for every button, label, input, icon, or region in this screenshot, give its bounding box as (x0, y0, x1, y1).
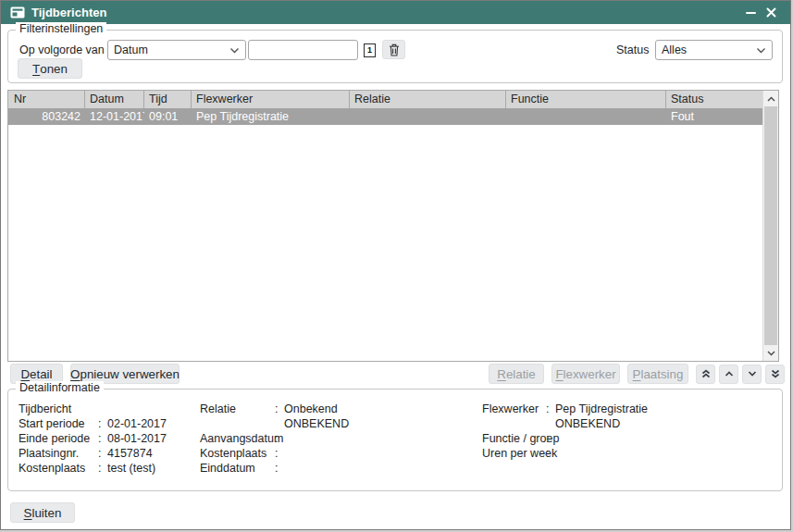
cell-tijd: 09:01 (144, 108, 192, 125)
last-record-button[interactable] (765, 365, 785, 384)
detail-field: Einde periode:08-01-2017 (19, 431, 167, 446)
chevron-double-up-icon (701, 369, 711, 378)
detail-field: ONBEKEND (200, 416, 349, 431)
cell-datum: 12-01-2017 (85, 108, 144, 125)
cell-relatie (350, 108, 506, 125)
detail-column-2: Relatie:Onbekend ONBEKEND Aanvangsdatum:… (200, 402, 349, 476)
detail-group-label: Detailinformatie (16, 381, 104, 394)
table-row[interactable]: 803242 12-01-2017 09:01 Pep Tijdregistra… (8, 108, 762, 125)
filter-group-label: Filterinstellingen (16, 22, 106, 35)
column-header-relatie[interactable]: Relatie (350, 91, 506, 108)
filter-value-input[interactable] (248, 40, 358, 60)
detail-column-3: Flexwerker:Pep Tijdregistratie ONBEKEND … (482, 402, 648, 461)
column-header-flexwerker[interactable]: Flexwerker (192, 91, 350, 108)
minimize-icon (746, 12, 756, 14)
chevron-down-icon (756, 47, 766, 54)
detail-field: Uren per week: (482, 446, 648, 461)
record-navigation (696, 365, 785, 384)
relatie-button[interactable]: Relatie (489, 364, 544, 384)
tonen-button[interactable]: Tonen (18, 58, 82, 79)
order-by-label: Op volgorde van (19, 43, 105, 56)
detail-field: Kostenplaats:test (test) (19, 461, 167, 476)
detail-field: Kostenplaats: (200, 446, 349, 461)
vertical-scrollbar[interactable] (762, 91, 778, 361)
chevron-up-icon (725, 371, 734, 377)
order-by-select[interactable]: Datum (107, 40, 246, 60)
cell-nr: 803242 (8, 108, 85, 125)
messages-table: Nr Datum Tijd Flexwerker Relatie Functie… (7, 90, 779, 362)
filter-groupbox: Filterinstellingen Op volgorde van Datum… (7, 30, 783, 83)
calendar-button[interactable]: 1 (361, 41, 378, 59)
window-title: Tijdberichten (31, 6, 740, 19)
first-record-button[interactable] (696, 365, 715, 384)
detail-field: ONBEKEND (482, 416, 648, 431)
status-select[interactable]: Alles (655, 40, 773, 60)
calendar-icon: 1 (364, 43, 376, 57)
close-button[interactable] (761, 4, 781, 22)
detail-field: Functie / groep: (482, 431, 648, 446)
close-icon (766, 7, 776, 18)
minimize-button[interactable] (740, 4, 761, 22)
detail-column-1: Tijdbericht Start periode:02-01-2017 Ein… (19, 402, 167, 476)
status-value: Alles (662, 43, 756, 56)
scroll-down-button[interactable] (763, 345, 778, 361)
trash-icon (389, 43, 400, 56)
column-header-functie[interactable]: Functie (506, 91, 666, 108)
column-header-tijd[interactable]: Tijd (144, 91, 192, 108)
detail-field: Start periode:02-01-2017 (19, 416, 167, 431)
detail-field: Tijdbericht (19, 402, 167, 416)
scroll-up-button[interactable] (763, 91, 778, 106)
chevron-down-icon (229, 47, 240, 54)
detail-field: Relatie:Onbekend (200, 402, 349, 416)
order-by-value: Datum (114, 43, 229, 56)
sluiten-button[interactable]: Sluiten (10, 502, 75, 523)
chevron-down-icon (748, 371, 757, 377)
column-header-nr[interactable]: Nr (8, 91, 85, 108)
chevron-down-icon (767, 351, 775, 356)
scrollbar-thumb[interactable] (764, 106, 777, 345)
plaatsing-button[interactable]: Plaatsing (627, 364, 688, 384)
column-header-datum[interactable]: Datum (85, 91, 144, 108)
titlebar: Tijdberichten (1, 1, 790, 24)
detail-field: Einddatum: (200, 461, 349, 476)
right-action-cluster: Relatie Flexwerker Plaatsing (489, 364, 785, 384)
flexwerker-button[interactable]: Flexwerker (551, 364, 620, 384)
detail-field: Flexwerker:Pep Tijdregistratie (482, 402, 648, 416)
chevron-up-icon (767, 96, 775, 102)
detail-field: Plaatsingnr.:4157874 (19, 446, 167, 461)
cell-flexwerker: Pep Tijdregistratie (192, 108, 350, 125)
cell-status: Fout (666, 108, 762, 125)
table-header: Nr Datum Tijd Flexwerker Relatie Functie… (8, 91, 762, 108)
status-label: Status (616, 43, 649, 56)
clear-filter-button[interactable] (382, 40, 405, 59)
tijdberichten-dialog: Tijdberichten Filterinstellingen Op volg… (0, 0, 791, 530)
detail-groupbox: Detailinformatie Tijdbericht Start perio… (7, 389, 783, 491)
next-record-button[interactable] (742, 365, 762, 384)
cell-functie (506, 108, 666, 125)
column-header-status[interactable]: Status (666, 91, 762, 108)
previous-record-button[interactable] (719, 365, 738, 384)
chevron-double-down-icon (771, 369, 780, 378)
detail-field: Aanvangsdatum: (200, 431, 349, 446)
app-icon (10, 6, 25, 19)
